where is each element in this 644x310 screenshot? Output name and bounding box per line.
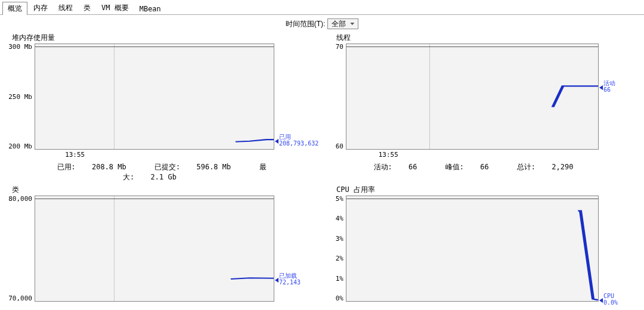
tab-classes[interactable]: 类 bbox=[79, 2, 95, 14]
classes-series-value: 72,143 bbox=[279, 279, 301, 286]
cpu-ytick-0: 5% bbox=[328, 196, 343, 202]
threads-peak-value: 66 bbox=[480, 163, 488, 171]
cpu-yaxis: 5% 4% 3% 2% 1% 0% bbox=[328, 196, 346, 302]
cpu-ytick-5: 0% bbox=[328, 295, 343, 302]
heap-used-value: 208.8 Mb bbox=[92, 163, 126, 171]
heap-series-label: 已用 bbox=[279, 134, 291, 140]
cpu-ytick-3: 2% bbox=[328, 255, 343, 262]
threads-ytick-1: 60 bbox=[328, 143, 343, 150]
heap-used-label: 已用: bbox=[57, 163, 76, 171]
heap-title: 堆内存使用量 bbox=[12, 33, 316, 43]
heap-max-value: 2.1 Gb bbox=[151, 173, 177, 181]
cpu-title: CPU 占用率 bbox=[336, 185, 640, 195]
cpu-series-value: 0.0% bbox=[603, 299, 618, 306]
heap-ytick-2: 200 Mb bbox=[4, 143, 32, 150]
classes-panel: 类 80,000 70,000 已加载 72,143 bbox=[4, 185, 316, 302]
classes-series-label: 已加载 bbox=[279, 272, 297, 279]
threads-series bbox=[346, 44, 598, 149]
threads-title: 线程 bbox=[336, 33, 640, 43]
heap-committed-value: 596.8 Mb bbox=[196, 163, 231, 171]
threads-xaxis: 13:55 bbox=[348, 151, 599, 159]
cpu-end-label: CPU 0.0% bbox=[599, 196, 640, 302]
time-range-label: 时间范围(T): bbox=[286, 19, 326, 29]
heap-panel: 堆内存使用量 300 Mb 250 Mb 200 Mb 已用 208,793,6… bbox=[4, 33, 316, 182]
classes-yaxis: 80,000 70,000 bbox=[4, 196, 35, 302]
threads-series-label: 活动 bbox=[603, 80, 615, 86]
tab-threads[interactable]: 线程 bbox=[54, 2, 78, 14]
threads-peak-label: 峰值: bbox=[445, 163, 464, 171]
heap-yaxis: 300 Mb 250 Mb 200 Mb bbox=[4, 44, 35, 150]
tab-mbean[interactable]: MBean bbox=[135, 4, 166, 14]
threads-ytick-0: 70 bbox=[328, 44, 343, 50]
threads-live-value: 66 bbox=[408, 163, 417, 171]
classes-series bbox=[35, 196, 274, 301]
heap-xaxis: 13:55 bbox=[37, 151, 274, 159]
tab-bar: 概览 内存 线程 类 VM 概要 MBean bbox=[0, 0, 644, 15]
threads-end-label: 活动 66 bbox=[599, 44, 640, 150]
tab-overview[interactable]: 概览 bbox=[2, 2, 27, 15]
threads-stats: 活动: 66 峰值: 66 总计: 2,290 bbox=[348, 162, 599, 172]
cpu-ytick-4: 1% bbox=[328, 275, 343, 282]
threads-series-value: 66 bbox=[603, 86, 611, 93]
cpu-series-label: CPU bbox=[603, 293, 614, 299]
classes-ytick-0: 80,000 bbox=[4, 196, 32, 202]
classes-end-label: 已加载 72,143 bbox=[274, 196, 316, 302]
time-range-value: 全部 bbox=[332, 19, 346, 29]
heap-end-label: 已用 208,793,632 bbox=[274, 44, 316, 150]
heap-series-value: 208,793,632 bbox=[279, 140, 318, 147]
heap-committed-label: 已提交: bbox=[154, 163, 180, 171]
threads-live-label: 活动: bbox=[374, 163, 392, 171]
time-range-toolbar: 时间范围(T): 全部 bbox=[0, 15, 644, 33]
cpu-ytick-1: 4% bbox=[328, 215, 343, 222]
threads-yaxis: 70 60 bbox=[328, 44, 346, 150]
cpu-panel: CPU 占用率 5% 4% 3% 2% 1% 0% CPU 0.0% bbox=[328, 185, 640, 302]
threads-total-value: 2,290 bbox=[552, 163, 573, 171]
cpu-plot bbox=[346, 196, 599, 302]
tab-memory[interactable]: 内存 bbox=[29, 2, 52, 14]
heap-ytick-0: 300 Mb bbox=[4, 44, 32, 50]
classes-plot bbox=[35, 196, 274, 302]
classes-ytick-1: 70,000 bbox=[4, 295, 32, 302]
threads-plot bbox=[346, 44, 599, 150]
heap-plot bbox=[35, 44, 274, 150]
cpu-series bbox=[346, 196, 598, 301]
heap-stats: 已用: 208.8 Mb 已提交: 596.8 Mb 最大: 2.1 Gb bbox=[37, 162, 274, 182]
heap-xtick: 13:55 bbox=[65, 151, 85, 159]
threads-xtick: 13:55 bbox=[379, 151, 398, 159]
classes-title: 类 bbox=[12, 185, 316, 195]
heap-series bbox=[35, 44, 274, 149]
threads-total-label: 总计: bbox=[517, 163, 535, 171]
tab-vm-summary[interactable]: VM 概要 bbox=[97, 2, 134, 14]
time-range-select[interactable]: 全部 bbox=[327, 18, 358, 29]
cpu-ytick-2: 3% bbox=[328, 235, 343, 242]
threads-panel: 线程 70 60 活动 66 13:55 bbox=[328, 33, 640, 182]
heap-ytick-1: 250 Mb bbox=[4, 94, 32, 100]
